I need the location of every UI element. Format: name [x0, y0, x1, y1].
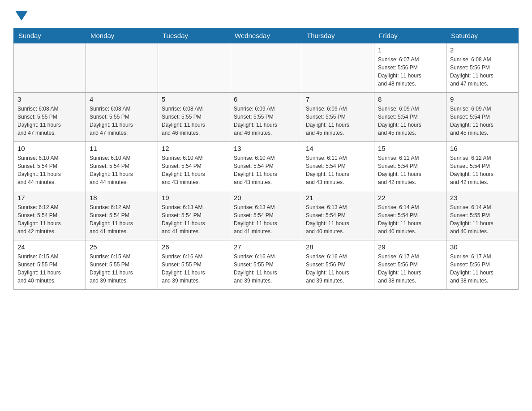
day-number: 7 — [306, 95, 370, 103]
day-info: Sunrise: 6:07 AM Sunset: 5:56 PM Dayligh… — [378, 56, 442, 88]
day-info: Sunrise: 6:16 AM Sunset: 5:56 PM Dayligh… — [306, 253, 370, 285]
day-number: 3 — [17, 95, 82, 103]
day-info: Sunrise: 6:16 AM Sunset: 5:55 PM Dayligh… — [162, 253, 226, 285]
day-number: 10 — [17, 145, 82, 152]
day-info: Sunrise: 6:10 AM Sunset: 5:54 PM Dayligh… — [90, 154, 154, 186]
calendar-cell: 2Sunrise: 6:08 AM Sunset: 5:56 PM Daylig… — [446, 43, 519, 93]
day-info: Sunrise: 6:09 AM Sunset: 5:55 PM Dayligh… — [234, 105, 298, 137]
day-number: 22 — [378, 194, 442, 201]
calendar-cell: 26Sunrise: 6:16 AM Sunset: 5:55 PM Dayli… — [158, 240, 230, 290]
calendar-cell: 10Sunrise: 6:10 AM Sunset: 5:54 PM Dayli… — [14, 142, 86, 191]
day-info: Sunrise: 6:09 AM Sunset: 5:54 PM Dayligh… — [378, 105, 442, 137]
day-number: 5 — [162, 95, 226, 103]
day-info: Sunrise: 6:10 AM Sunset: 5:54 PM Dayligh… — [162, 154, 226, 186]
day-number: 28 — [306, 243, 370, 251]
day-info: Sunrise: 6:10 AM Sunset: 5:54 PM Dayligh… — [17, 154, 82, 186]
calendar-header-friday: Friday — [374, 28, 446, 43]
calendar-header-thursday: Thursday — [302, 28, 374, 43]
calendar-cell: 9Sunrise: 6:09 AM Sunset: 5:54 PM Daylig… — [446, 93, 519, 142]
day-info: Sunrise: 6:14 AM Sunset: 5:55 PM Dayligh… — [450, 203, 515, 235]
calendar-cell: 28Sunrise: 6:16 AM Sunset: 5:56 PM Dayli… — [302, 240, 374, 290]
day-info: Sunrise: 6:11 AM Sunset: 5:54 PM Dayligh… — [306, 154, 370, 186]
day-number: 26 — [162, 243, 226, 251]
day-number: 18 — [90, 194, 154, 201]
day-info: Sunrise: 6:10 AM Sunset: 5:54 PM Dayligh… — [234, 154, 298, 186]
day-number: 17 — [17, 194, 82, 201]
logo — [13, 9, 28, 21]
calendar-week-row: 3Sunrise: 6:08 AM Sunset: 5:55 PM Daylig… — [14, 93, 519, 142]
calendar-cell: 13Sunrise: 6:10 AM Sunset: 5:54 PM Dayli… — [230, 142, 302, 191]
day-number: 30 — [450, 243, 515, 251]
logo-triangle-icon — [15, 11, 28, 21]
calendar-cell: 18Sunrise: 6:12 AM Sunset: 5:54 PM Dayli… — [86, 191, 158, 240]
day-number: 23 — [450, 194, 515, 201]
day-info: Sunrise: 6:08 AM Sunset: 5:55 PM Dayligh… — [17, 105, 82, 137]
calendar-cell: 15Sunrise: 6:11 AM Sunset: 5:54 PM Dayli… — [374, 142, 446, 191]
day-info: Sunrise: 6:17 AM Sunset: 5:56 PM Dayligh… — [378, 253, 442, 285]
day-number: 25 — [90, 243, 154, 251]
calendar-cell — [302, 43, 374, 93]
day-info: Sunrise: 6:15 AM Sunset: 5:55 PM Dayligh… — [90, 253, 154, 285]
day-info: Sunrise: 6:08 AM Sunset: 5:56 PM Dayligh… — [450, 56, 515, 88]
calendar-cell: 20Sunrise: 6:13 AM Sunset: 5:54 PM Dayli… — [230, 191, 302, 240]
calendar-table: SundayMondayTuesdayWednesdayThursdayFrid… — [13, 28, 519, 290]
calendar-cell: 19Sunrise: 6:13 AM Sunset: 5:54 PM Dayli… — [158, 191, 230, 240]
calendar-cell: 12Sunrise: 6:10 AM Sunset: 5:54 PM Dayli… — [158, 142, 230, 191]
day-info: Sunrise: 6:08 AM Sunset: 5:55 PM Dayligh… — [90, 105, 154, 137]
calendar-header-wednesday: Wednesday — [230, 28, 302, 43]
day-number: 14 — [306, 145, 370, 152]
day-number: 19 — [162, 194, 226, 201]
calendar-cell: 5Sunrise: 6:08 AM Sunset: 5:55 PM Daylig… — [158, 93, 230, 142]
calendar-cell: 27Sunrise: 6:16 AM Sunset: 5:55 PM Dayli… — [230, 240, 302, 290]
day-number: 4 — [90, 95, 154, 103]
day-info: Sunrise: 6:12 AM Sunset: 5:54 PM Dayligh… — [450, 154, 515, 186]
calendar-cell: 29Sunrise: 6:17 AM Sunset: 5:56 PM Dayli… — [374, 240, 446, 290]
calendar-header-saturday: Saturday — [446, 28, 519, 43]
calendar-cell: 30Sunrise: 6:17 AM Sunset: 5:56 PM Dayli… — [446, 240, 519, 290]
calendar-week-row: 24Sunrise: 6:15 AM Sunset: 5:55 PM Dayli… — [14, 240, 519, 290]
day-info: Sunrise: 6:12 AM Sunset: 5:54 PM Dayligh… — [17, 203, 82, 235]
calendar-cell: 25Sunrise: 6:15 AM Sunset: 5:55 PM Dayli… — [86, 240, 158, 290]
calendar-week-row: 1Sunrise: 6:07 AM Sunset: 5:56 PM Daylig… — [14, 43, 519, 93]
calendar-cell: 14Sunrise: 6:11 AM Sunset: 5:54 PM Dayli… — [302, 142, 374, 191]
calendar-header-monday: Monday — [86, 28, 158, 43]
calendar-week-row: 17Sunrise: 6:12 AM Sunset: 5:54 PM Dayli… — [14, 191, 519, 240]
day-number: 1 — [378, 46, 442, 54]
day-info: Sunrise: 6:13 AM Sunset: 5:54 PM Dayligh… — [306, 203, 370, 235]
calendar-cell: 8Sunrise: 6:09 AM Sunset: 5:54 PM Daylig… — [374, 93, 446, 142]
day-number: 27 — [234, 243, 298, 251]
day-number: 15 — [378, 145, 442, 152]
calendar-cell — [86, 43, 158, 93]
calendar-cell: 16Sunrise: 6:12 AM Sunset: 5:54 PM Dayli… — [446, 142, 519, 191]
calendar-header-sunday: Sunday — [14, 28, 86, 43]
page-header — [13, 9, 519, 21]
calendar-cell: 23Sunrise: 6:14 AM Sunset: 5:55 PM Dayli… — [446, 191, 519, 240]
calendar-cell: 3Sunrise: 6:08 AM Sunset: 5:55 PM Daylig… — [14, 93, 86, 142]
calendar-header-tuesday: Tuesday — [158, 28, 230, 43]
calendar-header-row: SundayMondayTuesdayWednesdayThursdayFrid… — [14, 28, 519, 43]
day-info: Sunrise: 6:15 AM Sunset: 5:55 PM Dayligh… — [17, 253, 82, 285]
day-number: 20 — [234, 194, 298, 201]
calendar-cell: 4Sunrise: 6:08 AM Sunset: 5:55 PM Daylig… — [86, 93, 158, 142]
day-number: 12 — [162, 145, 226, 152]
day-number: 6 — [234, 95, 298, 103]
day-info: Sunrise: 6:08 AM Sunset: 5:55 PM Dayligh… — [162, 105, 226, 137]
day-number: 16 — [450, 145, 515, 152]
calendar-week-row: 10Sunrise: 6:10 AM Sunset: 5:54 PM Dayli… — [14, 142, 519, 191]
day-info: Sunrise: 6:09 AM Sunset: 5:55 PM Dayligh… — [306, 105, 370, 137]
calendar-cell: 11Sunrise: 6:10 AM Sunset: 5:54 PM Dayli… — [86, 142, 158, 191]
day-info: Sunrise: 6:09 AM Sunset: 5:54 PM Dayligh… — [450, 105, 515, 137]
calendar-cell — [14, 43, 86, 93]
calendar-cell — [158, 43, 230, 93]
day-info: Sunrise: 6:17 AM Sunset: 5:56 PM Dayligh… — [450, 253, 515, 285]
day-info: Sunrise: 6:13 AM Sunset: 5:54 PM Dayligh… — [234, 203, 298, 235]
calendar-cell: 7Sunrise: 6:09 AM Sunset: 5:55 PM Daylig… — [302, 93, 374, 142]
day-number: 13 — [234, 145, 298, 152]
day-number: 29 — [378, 243, 442, 251]
calendar-cell: 24Sunrise: 6:15 AM Sunset: 5:55 PM Dayli… — [14, 240, 86, 290]
day-info: Sunrise: 6:14 AM Sunset: 5:54 PM Dayligh… — [378, 203, 442, 235]
day-number: 8 — [378, 95, 442, 103]
calendar-cell — [230, 43, 302, 93]
calendar-cell: 6Sunrise: 6:09 AM Sunset: 5:55 PM Daylig… — [230, 93, 302, 142]
day-number: 9 — [450, 95, 515, 103]
